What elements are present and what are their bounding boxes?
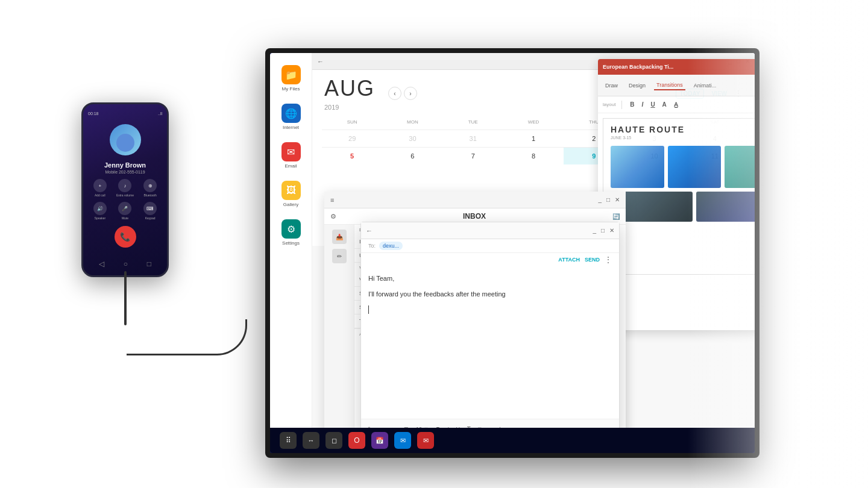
left-fade-overlay — [0, 0, 60, 488]
keypad-button[interactable]: ⌨ Keypad — [139, 202, 161, 220]
phone-back-btn[interactable]: ◁ — [99, 260, 104, 268]
usb-cable-curve — [127, 319, 247, 355]
settings-label: Settings — [282, 240, 300, 246]
calendar-year: 2019 — [324, 104, 375, 111]
cal-day-6[interactable]: 6 — [382, 148, 442, 164]
taskbar-teams-button[interactable]: 📅 — [371, 432, 388, 449]
back-icon[interactable]: ← — [317, 58, 324, 65]
send-button[interactable]: SEND — [585, 257, 600, 263]
compose-back-icon[interactable]: ← — [366, 227, 373, 234]
phone-signal: ..ll — [158, 111, 162, 116]
right-fade-overlay — [687, 0, 868, 488]
pres-bold-button[interactable]: B — [628, 100, 636, 109]
myfiles-icon: 📁 — [281, 65, 301, 84]
phone-status-bar: 00:18 ..ll — [83, 111, 167, 116]
taskbar-office-button[interactable]: O — [348, 432, 365, 449]
pres-font-color-button[interactable]: A — [661, 100, 668, 109]
gallery-label: Gallery — [283, 202, 298, 207]
avatar-image — [116, 134, 134, 152]
email-menu-icon[interactable]: ≡ — [330, 196, 334, 204]
email-close-button[interactable]: ✕ — [615, 196, 620, 203]
next-month-button[interactable]: › — [404, 87, 417, 100]
taskbar-overview-button[interactable]: ◻ — [326, 432, 342, 449]
pres-italic-button[interactable]: I — [640, 100, 646, 109]
compose-more-button[interactable]: ⋮ — [605, 255, 612, 264]
phone-time: 00:18 — [88, 111, 99, 116]
taskbar: ⠿ ↔ ◻ O 📅 ✉ ✉ — [270, 428, 755, 453]
phone-actions-row2: 🔊 Speaker 🎤 Mute ⌨ Keypad — [83, 199, 167, 222]
compose-to-label: To: — [368, 243, 376, 249]
sidebar-item-gallery[interactable]: 🖼 Gallery — [273, 176, 309, 212]
monitor-bezel: 📁 My Files 🌐 Internet ✉ Email 🖼 Gallery … — [265, 48, 760, 458]
attach-button[interactable]: ATTACH — [558, 257, 580, 263]
extra-volume-button[interactable]: ♪ Extra volume — [115, 179, 136, 197]
phone-home-btn[interactable]: ○ — [124, 260, 128, 268]
avatar — [110, 124, 141, 155]
phone-recent-btn[interactable]: □ — [147, 260, 151, 268]
email-window-controls: _ □ ✕ — [598, 196, 620, 203]
monitor: 📁 My Files 🌐 Internet ✉ Email 🖼 Gallery … — [265, 48, 760, 458]
sidebar-item-internet[interactable]: 🌐 Internet — [273, 99, 309, 135]
cal-day-5[interactable]: 5 — [322, 148, 382, 164]
compose-action-buttons: ATTACH SEND ⋮ — [361, 253, 619, 266]
inbox-title: INBOX — [341, 212, 608, 221]
mute-button[interactable]: 🎤 Mute — [115, 202, 136, 220]
sidebar-item-email[interactable]: ✉ Email — [273, 137, 309, 174]
myfiles-label: My Files — [282, 86, 300, 92]
calendar-nav: ‹ › — [388, 87, 417, 100]
email-settings-icon[interactable]: ⚙ — [330, 213, 336, 221]
pres-tab-transitions[interactable]: Transitions — [654, 81, 685, 90]
email-nav-inbox-icon[interactable]: 📥 — [332, 230, 347, 244]
taskbar-outlook-button[interactable]: ✉ — [394, 432, 411, 449]
cal-day-1[interactable]: 1 — [503, 130, 564, 147]
sidebar-item-myfiles[interactable]: 📁 My Files — [273, 60, 309, 96]
pres-underline-button[interactable]: U — [649, 100, 656, 109]
calendar-month: AUG — [324, 76, 375, 101]
internet-icon: 🌐 — [281, 104, 301, 123]
monitor-screen: 📁 My Files 🌐 Internet ✉ Email 🖼 Gallery … — [270, 53, 755, 453]
compose-to-row: To: dexu... — [361, 239, 619, 253]
prev-month-button[interactable]: ‹ — [388, 87, 401, 100]
cal-day-8[interactable]: 8 — [503, 148, 564, 164]
compose-window: ← _ □ ✕ To: dexu... ATTACH — [360, 222, 620, 428]
compose-body[interactable]: Hi Team, I'll forward you the feedbacks … — [361, 266, 619, 419]
phone-container: 00:18 ..ll Jenny Brown Mobile 202-555-01… — [81, 102, 169, 277]
cal-day-30[interactable]: 30 — [382, 130, 442, 147]
compose-format-toolbar: ✎ ↩ ↪ ⊞ 10 ▼ B I U T̲ □ ≡ ⁞ — [361, 419, 619, 428]
usb-cable — [124, 271, 127, 325]
compose-maximize-button[interactable]: □ — [601, 227, 605, 234]
taskbar-dex-button[interactable]: ↔ — [303, 432, 319, 449]
cal-day-29[interactable]: 29 — [322, 130, 382, 147]
app-sidebar: 📁 My Files 🌐 Internet ✉ Email 🖼 Gallery … — [270, 53, 312, 428]
speaker-button[interactable]: 🔊 Speaker — [89, 202, 111, 220]
bluetooth-button[interactable]: ⊕ Bluetooth — [139, 179, 161, 197]
phone-actions-row1: + Add call ♪ Extra volume ⊕ Bluetooth — [83, 174, 167, 199]
taskbar-apps-button[interactable]: ⠿ — [280, 432, 297, 449]
compose-body-text: I'll forward you the feedbacks after the… — [368, 289, 612, 300]
slide-image-1 — [611, 146, 664, 188]
phone-device: 00:18 ..ll Jenny Brown Mobile 202-555-01… — [81, 102, 169, 277]
cal-day-7[interactable]: 7 — [443, 148, 503, 164]
email-nav-sidebar: 📥 ✏ — [324, 225, 354, 428]
compose-close-button[interactable]: ✕ — [609, 227, 614, 234]
email-minimize-button[interactable]: _ — [598, 196, 602, 203]
compose-recipient-chip[interactable]: dexu... — [379, 242, 403, 250]
end-call-button[interactable]: 📞 — [115, 226, 136, 248]
pres-tab-draw[interactable]: Draw — [603, 81, 620, 90]
settings-icon: ⚙ — [281, 219, 301, 239]
email-nav-compose-icon[interactable]: ✏ — [332, 249, 347, 263]
cal-day-31[interactable]: 31 — [443, 130, 503, 147]
email-label: Email — [285, 163, 297, 169]
add-call-button[interactable]: + Add call — [89, 179, 111, 197]
email-maximize-button[interactable]: □ — [606, 196, 610, 203]
pres-tab-design[interactable]: Design — [626, 81, 648, 90]
taskbar-gmail-button[interactable]: ✉ — [417, 432, 434, 449]
compose-greeting: Hi Team, — [368, 274, 612, 284]
compose-titlebar: ← _ □ ✕ — [361, 222, 619, 239]
pres-highlight-button[interactable]: A̲ — [672, 100, 680, 109]
compose-minimize-button[interactable]: _ — [593, 227, 596, 234]
sidebar-item-settings[interactable]: ⚙ Settings — [273, 214, 309, 251]
email-sync-icon[interactable]: 🔄 — [612, 213, 620, 220]
internet-label: Internet — [283, 125, 299, 130]
caller-number: Mobile 202-555-0119 — [105, 170, 145, 174]
